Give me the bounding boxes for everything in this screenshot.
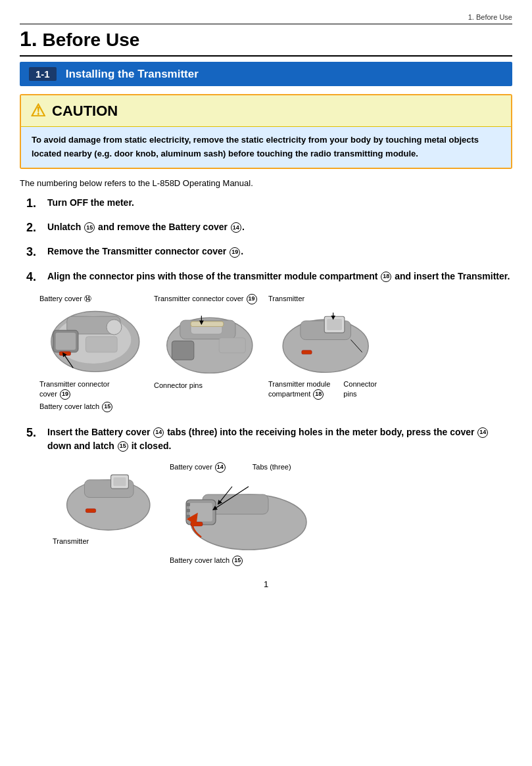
diagram-connector-cover: Transmitter connector cover 19 [154,294,259,390]
transmitter-connector-cover-sub-label: Transmitter connectorcover 19 [39,379,110,399]
svg-point-7 [107,320,122,335]
svg-rect-34 [186,515,190,518]
step-4: 4. Align the connector pins with those o… [26,270,512,285]
circle-15b: 15 [102,402,112,412]
step5-top-labels: Battery cover 14 Tabs (three) [170,462,291,475]
caution-box: ⚠ CAUTION To avoid damage from static el… [20,94,512,169]
caution-body: To avoid damage from static electricity,… [21,127,511,168]
svg-rect-15 [219,338,245,353]
step-3-text: Remove the Transmitter connector cover 1… [47,245,243,258]
step-5-num: 5. [26,425,45,441]
connector-pins-label: Connector pins [154,381,203,390]
page-title: 1. Before Use [20,27,512,57]
step-1: 1. Turn OFF the meter. [26,196,512,211]
connector-pins-right-label: Connectorpins [343,379,377,399]
battery-cover-label-text: Battery cover ⑭ [39,295,91,302]
step5-battery-cover-col: Battery cover 14 Tabs (three) [170,462,314,566]
step-2-num: 2. [26,220,45,235]
step-3: 3. Remove the Transmitter connector cove… [26,245,512,260]
step5-transmitter-label: Transmitter [53,537,89,546]
caution-header: ⚠ CAUTION [21,95,511,127]
battery-cover-latch-label: Battery cover latch 15 [39,402,113,412]
svg-rect-33 [186,509,190,512]
step5-container: 5. Insert the Battery cover 14 tabs (thr… [26,425,512,453]
step5-battery-cover-label: Battery cover 14 [170,462,226,473]
breadcrumb-text: 1. Before Use [468,13,512,21]
circle-18: 18 [381,272,391,282]
circle-15d: 15 [232,556,243,566]
page-number: 1 [20,579,512,589]
step-4-num: 4. [26,270,45,285]
step-3-num: 3. [26,245,45,260]
svg-rect-26 [113,477,126,486]
breadcrumb: 1. Before Use [20,13,512,24]
diagram-transmitter: Transmitter [268,294,377,400]
svg-rect-20 [302,350,312,354]
step5-battery-latch-label: Battery cover latch 15 [170,556,243,566]
step5-cover-svg [170,475,314,554]
section-title: Installing the Transmitter [66,68,199,81]
title-text: Before Use [42,30,139,50]
svg-rect-19 [327,319,342,330]
step5-transmitter-col: Transmitter [53,462,158,566]
step-2: 2. Unlatch 15 and remove the Battery cov… [26,220,512,235]
title-number: 1. [20,27,37,51]
caution-body-text: To avoid damage from static electricity,… [32,135,479,158]
circle-14b: 14 [153,427,164,438]
transmitter-module-label: Transmitter modulecompartment 18 [268,379,330,399]
circle-19c: 19 [247,294,257,304]
svg-rect-12 [191,322,224,327]
circle-15: 15 [84,222,95,233]
step5-tabs-label: Tabs (three) [253,462,291,473]
step-4-text: Align the connector pins with those of t… [47,270,510,283]
battery-cover-svg [39,305,145,377]
battery-cover-label: Battery cover ⑭ [39,294,91,303]
step4-diagrams: Battery cover ⑭ [26,294,512,412]
warning-icon: ⚠ [30,101,45,121]
connector-cover-svg [154,306,259,379]
intro-content: The numbering below refers to the L-858D… [20,178,253,188]
svg-rect-5 [59,352,70,356]
step-5: 5. Insert the Battery cover 14 tabs (thr… [26,425,512,453]
caution-title: CAUTION [52,103,118,120]
circle-15c: 15 [118,441,128,452]
svg-rect-4 [56,333,76,350]
svg-rect-8 [85,337,117,352]
intro-text: The numbering below refers to the L-858D… [20,178,512,188]
transmitter-top-label: Transmitter [268,294,304,303]
section-header: 1-1 Installing the Transmitter [20,62,512,86]
transmitter-svg [268,305,374,377]
step-2-text: Unlatch 15 and remove the Battery cover … [47,220,245,234]
circle-14c: 14 [477,427,488,438]
diagram-battery-cover: Battery cover ⑭ [39,294,145,412]
steps-list: 1. Turn OFF the meter. 2. Unlatch 15 and… [26,196,512,285]
page-number-text: 1 [264,579,268,589]
transmitter-connector-cover-label: Transmitter connector cover 19 [154,294,258,304]
section-number: 1-1 [29,67,57,81]
step-1-num: 1. [26,196,45,211]
svg-rect-32 [186,503,190,506]
step5-diagrams: Transmitter Battery cover 14 Tabs (three… [53,462,512,566]
step-1-text: Turn OFF the meter. [47,196,134,210]
circle-18b: 18 [313,389,324,400]
svg-rect-31 [189,503,212,521]
svg-rect-14 [172,341,193,360]
circle-14d: 14 [215,462,226,473]
step-5-text: Insert the Battery cover 14 tabs (three)… [47,425,512,453]
step5-transmitter-svg [53,462,158,535]
circle-19b: 19 [60,389,70,400]
circle-19a: 19 [230,247,240,258]
transmitter-sub-labels: Transmitter modulecompartment 18 Connect… [268,377,377,399]
svg-rect-27 [85,509,95,513]
circle-14a: 14 [231,222,241,233]
